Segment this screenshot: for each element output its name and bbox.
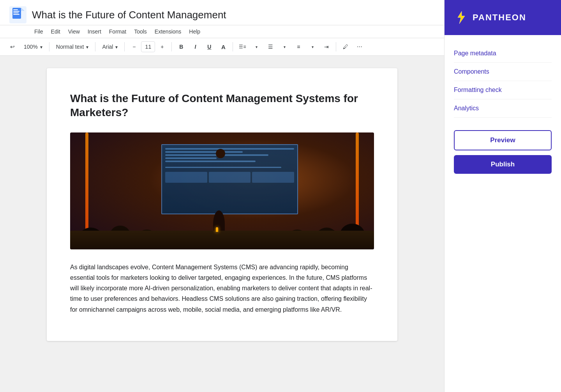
sidebar-item-analytics[interactable]: Analytics bbox=[454, 99, 552, 118]
font-chevron-icon bbox=[115, 44, 118, 50]
bold-button[interactable]: B bbox=[175, 41, 187, 53]
divider bbox=[49, 42, 49, 51]
divider bbox=[171, 42, 172, 51]
sidebar-actions: Preview Publish bbox=[445, 124, 561, 180]
font-color-button[interactable]: A bbox=[217, 41, 229, 53]
right-sidebar: PANTHEON Page metadata Components Format… bbox=[444, 0, 561, 392]
toolbar: ↩ 100% Normal text Arial − 11 + B I bbox=[0, 38, 444, 56]
svg-rect-4 bbox=[13, 12, 19, 13]
document-scroll-area[interactable]: What is the Future of Content Management… bbox=[0, 56, 444, 392]
sidebar-item-formatting-check[interactable]: Formatting check bbox=[454, 81, 552, 99]
menu-edit[interactable]: Edit bbox=[48, 27, 64, 36]
projection-screen bbox=[161, 144, 298, 214]
sidebar-nav: Page metadata Components Formatting chec… bbox=[445, 35, 561, 124]
menu-insert[interactable]: Insert bbox=[85, 27, 104, 36]
zoom-chevron-icon bbox=[39, 44, 42, 50]
menu-extensions[interactable]: Extensions bbox=[152, 27, 184, 36]
bullet-list-button[interactable]: ☰ bbox=[264, 41, 277, 53]
svg-rect-2 bbox=[13, 9, 18, 10]
publish-button[interactable]: Publish bbox=[454, 155, 552, 174]
menu-tools[interactable]: Tools bbox=[131, 27, 150, 36]
svg-rect-3 bbox=[13, 11, 19, 12]
indented-list-button[interactable]: ☰≡ bbox=[236, 41, 249, 53]
image-scene bbox=[70, 132, 374, 249]
svg-marker-6 bbox=[458, 11, 465, 24]
numbered-list-button[interactable]: ≡ bbox=[292, 41, 305, 53]
pantheon-header: PANTHEON bbox=[445, 0, 561, 35]
font-size-display[interactable]: 11 bbox=[141, 41, 155, 52]
italic-button[interactable]: I bbox=[189, 41, 201, 53]
undo-button[interactable]: ↩ bbox=[6, 41, 19, 53]
bullet-chevron-icon: ▾ bbox=[278, 41, 291, 53]
svg-rect-5 bbox=[13, 14, 19, 15]
main-area: What is the Future of Content Management… bbox=[0, 0, 444, 392]
menu-help[interactable]: Help bbox=[186, 27, 203, 36]
screen-line bbox=[165, 167, 281, 168]
article-heading: What is the Future of Content Management… bbox=[70, 92, 374, 120]
article-image bbox=[70, 132, 374, 249]
font-size-group: − 11 + bbox=[128, 41, 168, 53]
text-style-select[interactable]: Normal text bbox=[53, 42, 92, 52]
decrease-font-button[interactable]: − bbox=[128, 41, 140, 53]
sidebar-item-components[interactable]: Components bbox=[454, 63, 552, 81]
screen-line bbox=[165, 151, 243, 153]
document-page: What is the Future of Content Management… bbox=[47, 68, 397, 341]
text-style-chevron-icon bbox=[85, 44, 88, 50]
pantheon-wordmark: PANTHEON bbox=[473, 12, 526, 23]
pantheon-logo-icon bbox=[454, 11, 468, 25]
menu-format[interactable]: Format bbox=[106, 27, 129, 36]
screen-line bbox=[165, 157, 217, 159]
sidebar-item-page-metadata[interactable]: Page metadata bbox=[454, 44, 552, 63]
chevron-list-icon: ▾ bbox=[250, 41, 263, 53]
article-body: As digital landscapes evolve, Content Ma… bbox=[70, 262, 374, 315]
doc-icon bbox=[9, 6, 26, 23]
divider bbox=[124, 42, 125, 51]
indent-button[interactable]: ⇥ bbox=[320, 41, 333, 53]
highlight-button[interactable]: 🖊 bbox=[339, 41, 352, 53]
underline-button[interactable]: U bbox=[203, 41, 215, 53]
screen-line bbox=[165, 161, 256, 162]
preview-button[interactable]: Preview bbox=[454, 130, 552, 150]
menu-bar: File Edit View Insert Format Tools Exten… bbox=[0, 25, 444, 38]
more-tools-button[interactable]: ⋯ bbox=[353, 41, 366, 53]
divider bbox=[336, 42, 336, 51]
font-select[interactable]: Arial bbox=[99, 42, 121, 52]
menu-file[interactable]: File bbox=[31, 27, 46, 36]
zoom-select[interactable]: 100% bbox=[20, 42, 46, 52]
numbered-chevron-icon: ▾ bbox=[306, 41, 319, 53]
menu-view[interactable]: View bbox=[65, 27, 83, 36]
document-title: What is the Future of Content Management bbox=[32, 9, 435, 21]
screen-line bbox=[165, 148, 294, 150]
increase-font-button[interactable]: + bbox=[156, 41, 168, 53]
title-bar: What is the Future of Content Management bbox=[0, 0, 444, 25]
divider bbox=[233, 42, 233, 51]
divider bbox=[95, 42, 95, 51]
